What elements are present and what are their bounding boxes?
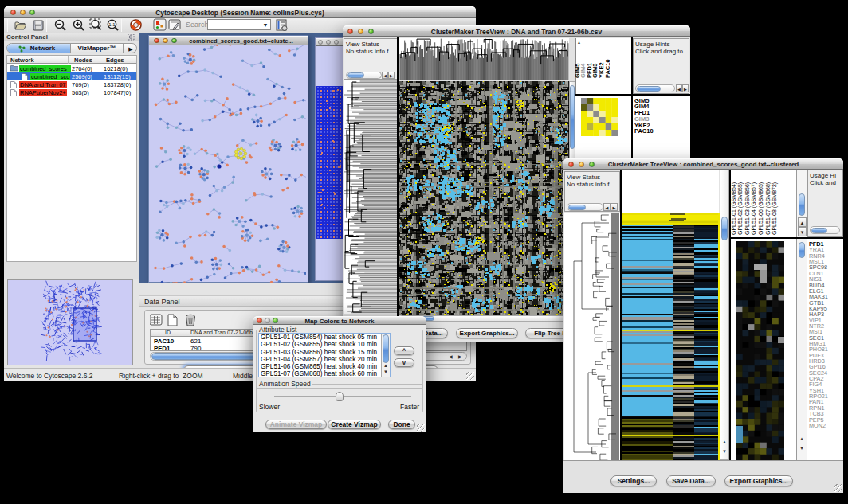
svg-text:1:1: 1:1: [108, 22, 116, 27]
